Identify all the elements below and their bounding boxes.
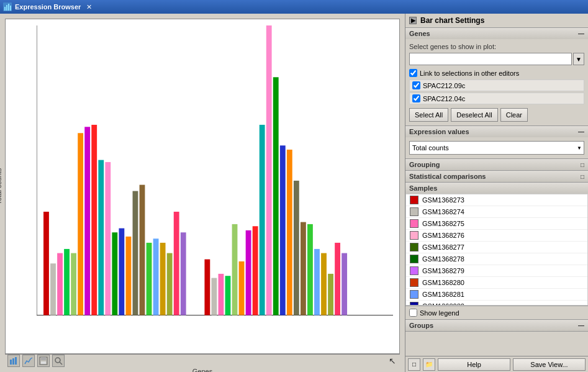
search-dropdown-button[interactable]: ▼ (573, 53, 584, 65)
sample-color-2 (410, 207, 418, 216)
svg-point-87 (55, 358, 60, 363)
close-button[interactable]: ✕ (84, 3, 94, 11)
sample-color-9 (410, 290, 418, 299)
svg-rect-45 (98, 160, 104, 315)
genes-section-header[interactable]: Genes — (405, 28, 588, 39)
gene2-item: SPAC212.04c (409, 93, 584, 104)
svg-rect-48 (119, 229, 124, 315)
svg-rect-77 (335, 243, 340, 315)
deselect-all-button[interactable]: Deselect All (451, 108, 497, 122)
svg-rect-1 (4, 7, 6, 11)
sample-item: GSM1368281 (406, 289, 587, 301)
sample-color-7 (410, 266, 418, 275)
sample-color-10 (410, 302, 418, 306)
sample-item: GSM1368276 (406, 230, 587, 242)
svg-rect-72 (301, 222, 306, 315)
svg-rect-64 (246, 230, 251, 315)
grouping-header[interactable]: Grouping □ (405, 159, 588, 170)
sample-item: GSM1368273 (406, 194, 587, 206)
new-button[interactable]: □ (408, 358, 420, 371)
sample-color-6 (410, 255, 418, 263)
gene-search-input[interactable] (409, 53, 572, 65)
svg-rect-44 (91, 125, 97, 315)
groups-header[interactable]: Groups — (405, 320, 588, 331)
svg-rect-58 (204, 260, 210, 315)
svg-rect-42 (78, 133, 83, 315)
sample-item: GSM1368282 (406, 301, 587, 306)
svg-rect-86 (41, 361, 46, 364)
cursor-icon: ↖ (387, 356, 397, 366)
grouping-section: Grouping □ (405, 159, 588, 171)
svg-rect-74 (314, 249, 320, 315)
svg-rect-54 (160, 243, 166, 315)
chart-panel: Total counts 0 10 20 30 40 50 60 (0, 14, 405, 372)
genes-toggle-icon: — (578, 30, 584, 37)
genes-section-body: Select genes to show in plot: ▼ Link to … (405, 39, 588, 125)
gene-buttons-row: Select All Deselect All Clear (409, 108, 584, 122)
svg-line-88 (60, 362, 62, 365)
search-label: Select genes to show in plot: (409, 43, 584, 50)
svg-rect-63 (239, 261, 245, 315)
settings-bottom-bar: □ 📁 Help Save View... (405, 356, 588, 372)
gene2-label: SPAC212.04c (423, 95, 465, 102)
genes-section: Genes — Select genes to show in plot: ▼ … (405, 28, 588, 126)
select-all-button[interactable]: Select All (409, 108, 448, 122)
chart-wrapper: Total counts 0 10 20 30 40 50 60 (5, 19, 400, 354)
svg-rect-56 (174, 212, 179, 315)
svg-rect-52 (147, 243, 152, 315)
expression-toggle-icon: — (578, 129, 584, 135)
svg-rect-47 (112, 232, 117, 315)
show-legend-row: Show legend (405, 306, 588, 319)
svg-rect-40 (64, 249, 70, 315)
svg-rect-73 (307, 224, 313, 315)
svg-rect-82 (12, 358, 14, 365)
samples-header[interactable]: Samples (405, 183, 588, 194)
svg-rect-39 (57, 253, 63, 315)
folder-button[interactable]: 📁 (423, 358, 435, 371)
svg-rect-71 (294, 181, 299, 315)
collapse-button[interactable]: ▶ (409, 17, 417, 24)
svg-rect-2 (6, 5, 7, 11)
samples-list: GSM1368273 GSM1368274 GSM1368275 GSM1368… (405, 194, 588, 306)
help-button[interactable]: Help (438, 358, 510, 371)
chart-toolbar: ↖ (5, 354, 400, 367)
link-selections-label: Link to selections in other editors (420, 70, 519, 77)
svg-rect-78 (341, 253, 347, 315)
expression-values-header[interactable]: Expression values — (405, 126, 588, 137)
save-view-button[interactable]: Save View... (513, 358, 586, 371)
grouping-toggle-icon: □ (581, 161, 584, 168)
svg-rect-55 (167, 253, 173, 315)
svg-rect-66 (260, 125, 265, 315)
sample-item: GSM1368280 (406, 277, 587, 289)
show-legend-checkbox[interactable] (409, 309, 417, 317)
svg-rect-37 (43, 212, 49, 315)
groups-section: Groups — (405, 319, 588, 332)
svg-rect-70 (287, 150, 292, 315)
svg-rect-51 (140, 185, 145, 315)
chart-icon-1[interactable] (7, 355, 20, 367)
link-selections-checkbox[interactable] (409, 69, 417, 77)
svg-rect-49 (126, 237, 132, 315)
save-icon[interactable] (37, 355, 50, 367)
svg-rect-57 (181, 232, 186, 315)
statistical-comparisons-header[interactable]: Statistical comparisons □ (405, 171, 588, 182)
analysis-icon[interactable] (52, 355, 65, 367)
svg-rect-50 (133, 191, 138, 315)
chart-icon-2[interactable] (22, 355, 35, 367)
svg-rect-85 (41, 357, 46, 360)
svg-rect-83 (15, 357, 17, 365)
svg-rect-81 (10, 360, 12, 365)
svg-rect-43 (84, 127, 90, 315)
gene2-checkbox[interactable] (412, 94, 420, 102)
sample-color-3 (410, 219, 418, 228)
link-selections-row: Link to selections in other editors (409, 69, 584, 77)
gene1-item: SPAC212.09c (409, 79, 584, 91)
y-axis-label: Total counts (0, 168, 2, 204)
gene1-checkbox[interactable] (412, 81, 420, 89)
clear-button[interactable]: Clear (500, 108, 528, 122)
expression-values-select[interactable]: Total counts RPKM RPKM (log2) (409, 141, 584, 155)
svg-rect-67 (266, 25, 272, 315)
svg-rect-75 (321, 253, 327, 315)
settings-title: Bar chart Settings (420, 16, 484, 25)
groups-toggle-icon: — (578, 322, 584, 329)
